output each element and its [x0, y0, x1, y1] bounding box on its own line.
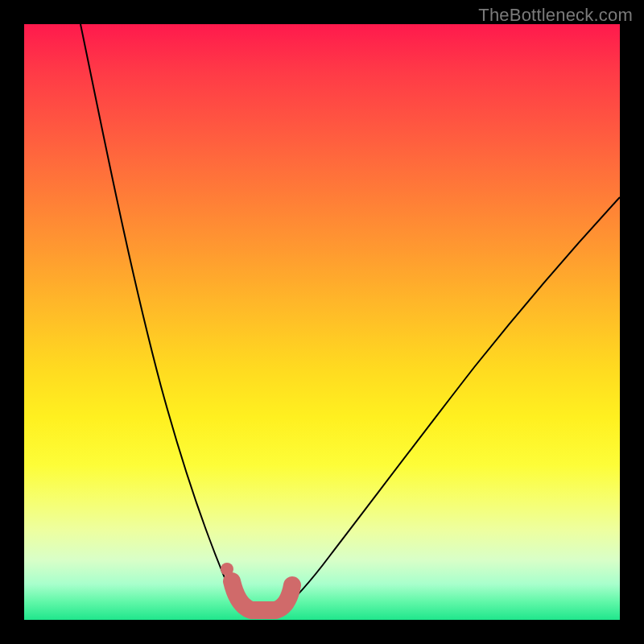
- bottleneck-curve: [24, 24, 620, 620]
- minimum-highlight: [232, 581, 292, 610]
- curve-left-branch: [80, 24, 246, 613]
- watermark-text: TheBottleneck.com: [478, 5, 633, 26]
- curve-right-branch: [279, 197, 620, 613]
- highlight-dot: [221, 563, 233, 576]
- chart-plot-area: [24, 24, 620, 620]
